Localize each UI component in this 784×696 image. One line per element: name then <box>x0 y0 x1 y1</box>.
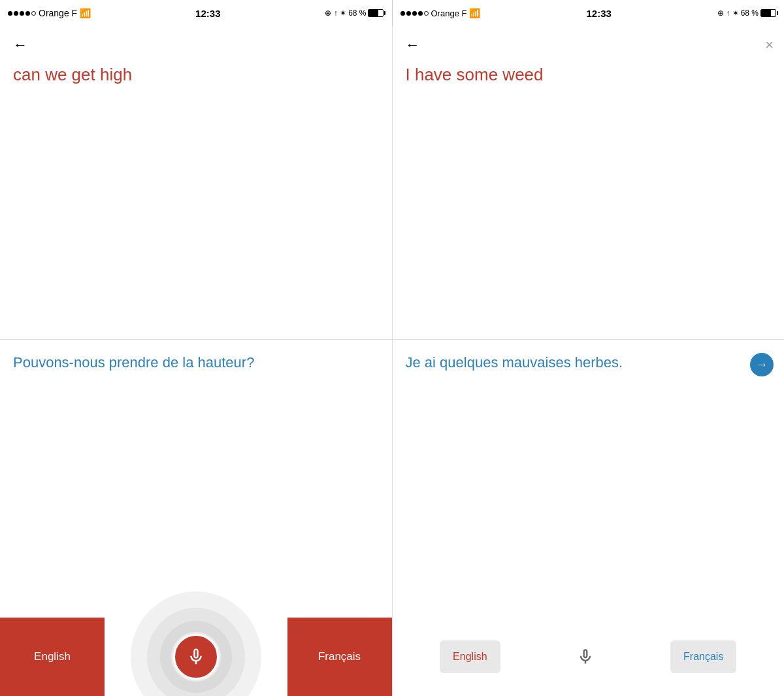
battery-right: ⊕ ↑ ✶ 68 % <box>717 8 776 18</box>
right-translation-section: Je ai quelques mauvaises herbes. → <box>393 340 785 618</box>
dot2 <box>14 11 18 16</box>
time-right: 12:33 <box>587 8 612 19</box>
mic-active-container: English Français <box>0 618 392 696</box>
right-bottom-bar: English Français <box>393 618 785 696</box>
right-francais-label: Français <box>683 651 723 663</box>
right-bottom-bar-content: English Français <box>393 618 785 696</box>
left-bottom-bar: English Français <box>0 618 392 696</box>
left-english-btn-active[interactable]: English <box>0 618 105 696</box>
battery-fill-right <box>761 10 771 16</box>
dot2r <box>406 11 411 16</box>
right-input-section: ← I have some weed × <box>393 26 785 340</box>
left-translation-section: Pouvons-nous prendre de la hauteur? <box>0 340 392 618</box>
dot4 <box>25 11 30 16</box>
dot3 <box>20 11 24 16</box>
mic-icon-inactive <box>576 645 595 669</box>
status-bar-right: Orange F 📶 12:33 ⊕ ↑ ✶ 68 % <box>393 0 785 26</box>
carrier-right: Orange F <box>431 8 467 18</box>
wifi-icon-right: 📶 <box>469 8 480 18</box>
wifi-icon-left: 📶 <box>80 8 91 18</box>
right-english-btn[interactable]: English <box>440 640 500 673</box>
status-left-left: Orange F 📶 <box>8 8 91 18</box>
left-panel: ← can we get high Pouvons-nous prendre d… <box>0 26 393 696</box>
dot3r <box>412 11 417 16</box>
left-translation-text: Pouvons-nous prendre de la hauteur? <box>13 353 379 373</box>
time-left: 12:33 <box>195 8 220 19</box>
battery-box-left <box>368 9 384 17</box>
battery-box-right <box>760 9 776 17</box>
mic-inactive-button[interactable] <box>569 640 602 673</box>
clear-button[interactable]: × <box>765 37 774 54</box>
status-bar: Orange F 📶 12:33 ⊕ ↑ ✶ 68 % Orange F 📶 1… <box>0 0 784 26</box>
play-translation-button[interactable]: → <box>750 353 774 376</box>
right-english-label: English <box>453 651 487 663</box>
right-input-text[interactable]: I have some weed <box>406 64 772 86</box>
battery-fill-left <box>368 10 378 16</box>
left-back-arrow[interactable]: ← <box>13 37 27 54</box>
signal-dots-right <box>400 11 429 16</box>
carrier-left: Orange F <box>39 8 77 18</box>
signal-dots-left <box>8 11 36 16</box>
left-bottom-bar-content: English Français <box>0 618 392 696</box>
status-left-right: Orange F 📶 <box>400 8 481 18</box>
location-icon-left: ⊕ ↑ ✶ <box>325 8 346 18</box>
left-input-section: ← can we get high <box>0 26 392 340</box>
right-translation-text: Je ai quelques mauvaises herbes. <box>406 353 772 373</box>
battery-left: ⊕ ↑ ✶ 68 % <box>325 8 384 18</box>
main-content: ← can we get high Pouvons-nous prendre d… <box>0 26 784 696</box>
arrow-right-icon: → <box>756 358 768 372</box>
status-bar-left: Orange F 📶 12:33 ⊕ ↑ ✶ 68 % <box>0 0 392 26</box>
right-back-arrow[interactable]: ← <box>406 37 420 54</box>
dot1r <box>400 11 405 16</box>
battery-pct-left: 68 % <box>348 8 366 18</box>
dot4r <box>418 11 423 16</box>
battery-pct-right: 68 % <box>741 8 759 18</box>
dot5 <box>31 11 36 16</box>
location-icon-right: ⊕ ↑ ✶ <box>717 8 739 18</box>
mic-icon-active <box>186 647 206 667</box>
mic-active-button[interactable] <box>173 634 219 680</box>
left-input-text[interactable]: can we get high <box>13 64 379 86</box>
right-panel: ← I have some weed × Je ai quelques mauv… <box>393 26 785 696</box>
dot5r <box>424 11 429 16</box>
right-francais-btn[interactable]: Français <box>670 640 736 673</box>
dot1 <box>8 11 12 16</box>
left-francais-btn-active[interactable]: Français <box>287 618 392 696</box>
left-english-label: English <box>34 650 71 663</box>
left-francais-label: Français <box>318 650 361 663</box>
